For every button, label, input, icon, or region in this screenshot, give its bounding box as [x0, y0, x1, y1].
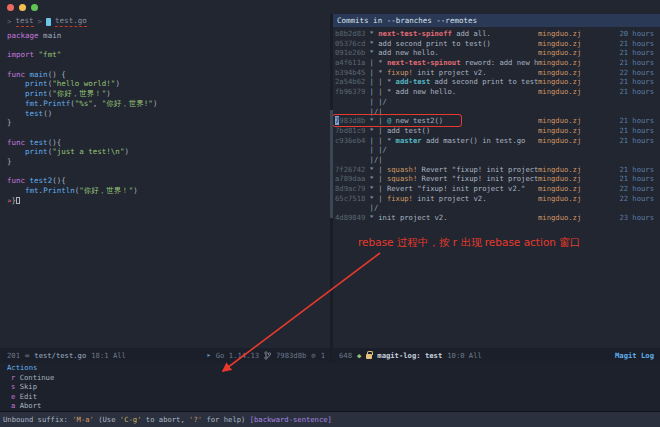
- commit-row[interactable]: fb96379 | | * add new hello.mingduo.zj21…: [335, 87, 660, 97]
- code-area[interactable]: package main import "fmt" func main() { …: [0, 29, 330, 205]
- code-line[interactable]: »}: [7, 196, 330, 206]
- text-segment: 983d8b: [339, 116, 365, 125]
- text-segment: }: [7, 157, 12, 166]
- text-segment: (){: [52, 176, 66, 185]
- commit-row[interactable]: 65c7518 * | fixup! init project v2.mingd…: [335, 194, 660, 204]
- text-segment: add second print to test(): [378, 39, 491, 48]
- commit-time: 21 hours: [604, 77, 660, 87]
- code-line[interactable]: fmt.Printf("%s", "你好，世界!"): [7, 99, 330, 109]
- cursor-position: 10:0 All: [447, 351, 482, 360]
- commit-time: [604, 97, 660, 107]
- lock-icon: [366, 354, 372, 359]
- graph-row: |/|: [335, 155, 660, 165]
- text-segment: *: [365, 39, 378, 48]
- transient-item-abort[interactable]: a Abort: [7, 401, 660, 411]
- text-segment: master: [396, 136, 422, 145]
- code-line[interactable]: print("just a test!\n"): [7, 147, 330, 157]
- transient-item-skip[interactable]: s Skip: [7, 382, 660, 392]
- commit-row[interactable]: 7bd81c9 * | add test()mingduo.zj21 hours: [335, 126, 660, 136]
- code-line[interactable]: print("你好，世界！"): [7, 89, 330, 99]
- emacs-window: > test > test.go package main import "fm…: [0, 0, 660, 427]
- transient-item-continue[interactable]: r Continue: [7, 373, 660, 383]
- text-segment: Revert "fixup! init project v: [417, 174, 538, 183]
- window-divider[interactable]: [330, 14, 333, 348]
- commit-message: |/|: [335, 155, 538, 165]
- code-line[interactable]: test(): [7, 109, 330, 119]
- maximize-window-button[interactable]: [31, 4, 38, 11]
- commit-author: mingduo.zj: [538, 68, 604, 78]
- commit-row[interactable]: 7983d8b * | @ new test2()mingduo.zj21 ho…: [335, 116, 660, 126]
- text-segment: ): [115, 79, 120, 88]
- text-segment: add new hello.: [396, 87, 457, 96]
- text-segment: print: [25, 79, 48, 88]
- code-line[interactable]: [7, 167, 330, 177]
- text-segment: 4d89849: [335, 213, 365, 222]
- commit-author: mingduo.zj: [538, 174, 604, 184]
- language-version: Go 1.14.13: [216, 351, 259, 360]
- text-segment: init project v2.: [378, 213, 447, 222]
- commit-author: mingduo.zj: [538, 58, 604, 68]
- commit-row[interactable]: a4f611a | * next-test-spinout reword: ad…: [335, 58, 660, 68]
- text-segment: * |: [365, 165, 387, 174]
- text-segment: new test2(): [391, 116, 443, 125]
- breadcrumb-folder[interactable]: test: [16, 16, 34, 27]
- commit-row[interactable]: 8d9ac79 * | Revert "fixup! init project …: [335, 184, 660, 194]
- code-line[interactable]: [7, 60, 330, 70]
- code-line[interactable]: func main() {: [7, 70, 330, 80]
- code-line[interactable]: import "fmt": [7, 50, 330, 60]
- commit-row[interactable]: b8b2d83 * next-test-spinoff add all.ming…: [335, 29, 660, 39]
- text-segment: for help): [202, 415, 250, 424]
- titlebar[interactable]: [0, 0, 660, 14]
- text-segment: | |/: [335, 97, 387, 106]
- commit-row[interactable]: 2a54b62 | | * add-test add second print …: [335, 77, 660, 87]
- commit-author: mingduo.zj: [538, 87, 604, 97]
- text-segment: [backward-sentence]: [250, 415, 332, 424]
- code-line[interactable]: }: [7, 118, 330, 128]
- commit-author: mingduo.zj: [538, 184, 604, 194]
- code-line[interactable]: [7, 128, 330, 138]
- commit-row[interactable]: 091e26b * add new hello.mingduo.zj21 hou…: [335, 48, 660, 58]
- magit-log-buffer: b8b2d83 * next-test-spinoff add all.ming…: [333, 27, 660, 223]
- text-segment: add test(): [387, 126, 430, 135]
- commit-author: [538, 155, 604, 165]
- text-segment: }: [7, 118, 12, 127]
- text-segment: ): [133, 186, 138, 195]
- commit-row[interactable]: 05376cd * add second print to test()ming…: [335, 39, 660, 49]
- commit-row[interactable]: a789daa * | squash! Revert "fixup! init …: [335, 174, 660, 184]
- code-line[interactable]: func test(){: [7, 138, 330, 148]
- code-line[interactable]: package main: [7, 31, 330, 41]
- code-line[interactable]: fmt.Println("你好，世界！"): [7, 186, 330, 196]
- code-line[interactable]: [7, 41, 330, 51]
- commit-time: 21 hours: [604, 39, 660, 49]
- commit-row[interactable]: c936eb4 | | * master add master() in tes…: [335, 136, 660, 146]
- commit-message: c936eb4 | | * master add master() in tes…: [335, 136, 538, 146]
- code-line[interactable]: func test2(){: [7, 176, 330, 186]
- text-segment: reword: add new hel: [461, 58, 538, 67]
- text-segment: * |: [365, 174, 387, 183]
- close-window-button[interactable]: [7, 4, 14, 11]
- text-segment: 'M-a': [72, 415, 94, 424]
- commit-message: |/|: [335, 107, 538, 117]
- text-segment: init project v2.: [413, 194, 487, 203]
- commit-author: [538, 145, 604, 155]
- commit-row[interactable]: b394b45 | * fixup! init project v2.mingd…: [335, 68, 660, 78]
- text-segment: add all.: [452, 29, 491, 38]
- commit-author: mingduo.zj: [538, 194, 604, 204]
- transient-item-edit[interactable]: e Edit: [7, 392, 660, 402]
- modeline-buffer-name: magit-log: test: [377, 351, 442, 360]
- breadcrumb-file[interactable]: test.go: [55, 16, 87, 27]
- scrollbar-thumb[interactable]: [330, 110, 333, 218]
- commit-author: mingduo.zj: [538, 39, 604, 49]
- modeline-commit-hash: 7983d8b: [276, 351, 306, 360]
- commit-row[interactable]: 4d89849 * init project v2.mingduo.zj23 h…: [335, 213, 660, 223]
- text-segment: to abort,: [142, 415, 190, 424]
- minimize-window-button[interactable]: [19, 4, 26, 11]
- commit-row[interactable]: 7f26742 * | squash! Revert "fixup! init …: [335, 165, 660, 175]
- code-line[interactable]: print("hello world!"): [7, 79, 330, 89]
- code-line[interactable]: }: [7, 157, 330, 167]
- text-segment: print: [25, 89, 48, 98]
- go-file-icon: [46, 18, 51, 26]
- commit-message: fb96379 | | * add new hello.: [335, 87, 538, 97]
- paper-plane-icon: ➤: [206, 351, 210, 360]
- text-segment: "你好，世界!": [102, 99, 153, 108]
